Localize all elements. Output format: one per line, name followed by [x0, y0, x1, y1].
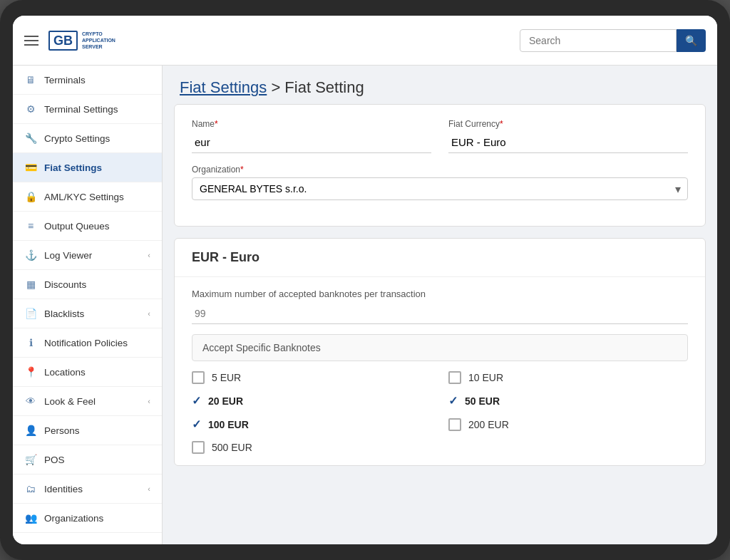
banknote-label: 200 EUR	[468, 419, 509, 430]
sidebar-icon-output-queues: ≡	[24, 219, 37, 232]
banknote-item-5[interactable]: 200 EUR	[448, 418, 688, 431]
sidebar-icon-notification-policies: ℹ	[24, 336, 37, 349]
sidebar-item-crypto-settings[interactable]: 🔧 Crypto Settings	[13, 124, 162, 153]
sidebar-item-discounts[interactable]: ▦ Discounts	[13, 270, 162, 299]
sidebar-item-output-queues[interactable]: ≡ Output Queues	[13, 212, 162, 241]
banknote-item-0[interactable]: 5 EUR	[192, 371, 431, 384]
search-bar: 🔍	[520, 29, 706, 52]
sidebar-icon-persons: 👤	[24, 424, 37, 437]
banknote-item-6[interactable]: 500 EUR	[192, 441, 431, 454]
sidebar-icon-crypto-settings: 🔧	[24, 132, 37, 145]
sidebar-icon-terminal-settings: ⚙	[24, 103, 37, 115]
sidebar-label-notification-policies: Notification Policies	[44, 338, 128, 348]
chevron-icon: ‹	[148, 309, 150, 318]
sidebar-item-organizations[interactable]: 👥 Organizations	[13, 504, 162, 533]
sidebar-icon-organizations: 👥	[24, 512, 37, 524]
sidebar-icon-fiat-settings: 💳	[24, 161, 37, 174]
sidebar-label-pos: POS	[44, 455, 65, 465]
eur-title: EUR - Euro	[175, 239, 705, 277]
sidebar-icon-look-feel: 👁	[24, 395, 37, 408]
checkmark-icon: ✓	[192, 394, 201, 408]
sidebar-item-pos[interactable]: 🛒 POS	[13, 445, 162, 475]
sidebar-label-blacklists: Blacklists	[44, 308, 84, 319]
name-group: Name*	[192, 119, 431, 153]
form-row-2: Organization* GENERAL BYTES s.r.o.	[192, 165, 688, 200]
accept-banknotes-label: Accept Specific Banknotes	[192, 334, 688, 361]
banknote-item-2[interactable]: ✓ 20 EUR	[192, 394, 431, 408]
logo-gb: GB	[53, 34, 73, 47]
fiat-currency-input[interactable]	[448, 132, 688, 153]
organization-group: Organization* GENERAL BYTES s.r.o.	[192, 165, 688, 200]
breadcrumb-bar: Fiat Settings > Fiat Setting	[163, 66, 717, 104]
sidebar-label-locations: Locations	[44, 367, 86, 378]
sidebar-icon-pos: 🛒	[24, 453, 37, 466]
eur-section: EUR - Euro Maximum number of accepted ba…	[174, 238, 706, 466]
header: GB CRYPTOAPPLICATIONSERVER 🔍	[13, 16, 717, 66]
logo-text: CRYPTOAPPLICATIONSERVER	[82, 31, 115, 50]
sidebar-label-output-queues: Output Queues	[44, 221, 110, 232]
checkbox-icon	[448, 371, 461, 384]
search-input[interactable]	[520, 29, 677, 52]
checkmark-icon: ✓	[448, 394, 458, 408]
sidebar-label-aml-kyc: AML/KYC Settings	[44, 192, 124, 202]
sidebar-item-terminal-settings[interactable]: ⚙ Terminal Settings	[13, 95, 162, 124]
banknotes-grid: 5 EUR 10 EUR✓ 20 EUR✓ 50 EUR✓ 100 EUR 20…	[192, 371, 688, 454]
checkbox-icon	[448, 418, 461, 431]
sidebar-label-persons: Persons	[44, 425, 80, 436]
sidebar-icon-aml-kyc: 🔒	[24, 190, 37, 203]
fiat-currency-label: Fiat Currency*	[448, 119, 688, 129]
checkmark-icon: ✓	[192, 418, 201, 431]
sidebar-item-fiat-settings[interactable]: 💳 Fiat Settings	[13, 153, 162, 182]
banknote-item-1[interactable]: 10 EUR	[448, 371, 688, 384]
sidebar-label-organizations: Organizations	[44, 513, 103, 524]
main-content: Fiat Settings > Fiat Setting Name*	[163, 66, 717, 544]
sidebar-item-blacklists[interactable]: 📄 Blacklists ‹	[13, 299, 162, 328]
sidebar-icon-terminals: 🖥	[24, 73, 37, 86]
sidebar-item-look-feel[interactable]: 👁 Look & Feel ‹	[13, 387, 162, 416]
banknote-item-4[interactable]: ✓ 100 EUR	[192, 418, 431, 431]
sidebar-label-log-viewer: Log Viewer	[44, 250, 92, 261]
sidebar-item-log-viewer[interactable]: ⚓ Log Viewer ‹	[13, 241, 162, 270]
organization-select[interactable]: GENERAL BYTES s.r.o.	[192, 177, 688, 200]
organization-label: Organization*	[192, 165, 688, 175]
banknote-item-3[interactable]: ✓ 50 EUR	[448, 394, 688, 408]
sidebar-icon-identities: 🗂	[24, 482, 37, 495]
sidebar-icon-locations: 📍	[24, 365, 37, 378]
sidebar-label-fiat-settings: Fiat Settings	[44, 162, 102, 173]
hamburger-menu[interactable]	[24, 36, 38, 46]
chevron-icon: ‹	[148, 484, 150, 493]
sidebar-item-persons[interactable]: 👤 Persons	[13, 416, 162, 445]
sidebar-item-locations[interactable]: 📍 Locations	[13, 358, 162, 387]
checkbox-icon	[192, 441, 205, 454]
banknote-label: 20 EUR	[208, 395, 243, 407]
fiat-currency-group: Fiat Currency*	[448, 119, 688, 153]
organization-select-wrapper: GENERAL BYTES s.r.o.	[192, 177, 688, 200]
sidebar-item-aml-kyc[interactable]: 🔒 AML/KYC Settings	[13, 182, 162, 212]
screen: GB CRYPTOAPPLICATIONSERVER 🔍 🖥 Terminals…	[13, 16, 717, 544]
banknotes-input[interactable]	[192, 304, 688, 324]
banknote-label: 50 EUR	[465, 395, 500, 407]
breadcrumb-parent[interactable]: Fiat Settings	[180, 78, 267, 96]
banknote-label: 100 EUR	[208, 419, 249, 430]
sidebar-item-terminals[interactable]: 🖥 Terminals	[13, 66, 162, 95]
breadcrumb: Fiat Settings > Fiat Setting	[180, 78, 700, 97]
sidebar-item-identities[interactable]: 🗂 Identities ‹	[13, 475, 162, 504]
chevron-icon: ‹	[148, 397, 150, 405]
sidebar-item-notification-policies[interactable]: ℹ Notification Policies	[13, 328, 162, 358]
tablet-frame: GB CRYPTOAPPLICATIONSERVER 🔍 🖥 Terminals…	[0, 0, 730, 560]
name-input[interactable]	[192, 132, 431, 153]
sidebar-label-look-feel: Look & Feel	[44, 396, 96, 407]
sidebar-label-crypto-settings: Crypto Settings	[44, 133, 110, 144]
logo: GB CRYPTOAPPLICATIONSERVER	[48, 31, 115, 51]
body: 🖥 Terminals ⚙ Terminal Settings 🔧 Crypto…	[13, 66, 717, 544]
banknote-label: 10 EUR	[468, 372, 503, 383]
search-button[interactable]: 🔍	[677, 29, 706, 52]
sidebar-label-discounts: Discounts	[44, 279, 86, 290]
breadcrumb-separator: > Fiat Setting	[271, 78, 364, 96]
sidebar-label-terminal-settings: Terminal Settings	[44, 104, 118, 115]
banknote-label: 5 EUR	[212, 372, 241, 383]
name-label: Name*	[192, 119, 431, 129]
banknote-label: 500 EUR	[212, 442, 252, 453]
chevron-icon: ‹	[148, 251, 150, 259]
sidebar-label-terminals: Terminals	[44, 75, 86, 85]
